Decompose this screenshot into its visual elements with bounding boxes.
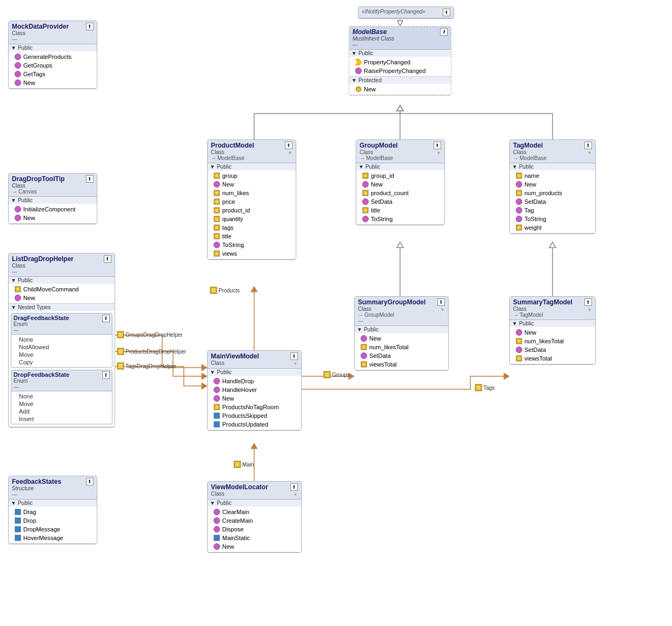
member-new-dragdrop: New [9, 214, 97, 222]
collapse-groupmodel[interactable]: ⬆ [434, 142, 441, 149]
svg-marker-8 [549, 242, 556, 248]
svg-rect-61 [362, 363, 365, 366]
svg-marker-15 [202, 373, 207, 379]
box-summarytagmodel[interactable]: SummaryTagModel Class →TagModel ⬆ ▼ ▼Pub… [509, 296, 596, 365]
section-dragdroptooltip-public: ▼Public InitializeComponent New [9, 197, 97, 224]
section-modelbase-protected: ▼ Protected N New [349, 77, 451, 95]
collapse-dragdroptooltip[interactable]: ⬆ [86, 175, 94, 183]
member-clearmain: ClearMain [208, 508, 301, 516]
enum-insert: Insert [11, 415, 112, 423]
enum-none-drop: None [11, 392, 112, 400]
member-title-product: title [208, 232, 296, 241]
collapse-dropfeedback[interactable]: ⬆ [102, 371, 110, 379]
label-tags: Tags [475, 384, 495, 391]
member-group_id: group_id [356, 171, 444, 180]
member-new-summarygroup: New [355, 334, 448, 343]
collapse-mainviewmodel[interactable]: ⬆ [290, 352, 298, 360]
enum-notallowed: NotAllowed [11, 343, 112, 351]
collapse-modelbase[interactable]: ⬆ [440, 28, 448, 36]
member-new-tag: New [510, 180, 595, 189]
member-tostring-tag: ToString [510, 215, 595, 223]
event-icon [355, 58, 362, 66]
member-setdata-summarytag: SetData [510, 345, 595, 354]
svg-marker-2 [397, 105, 403, 111]
box-mockdataprovider[interactable]: MockDataProvider Class — ⬆ ▼Public Gener… [8, 21, 97, 89]
collapse-inotifypropertychanged[interactable]: ⬆ [443, 9, 450, 16]
svg-marker-4 [397, 105, 403, 111]
box-dropfeedbackstate[interactable]: DropFeedbackState Enum — ⬆ None Move Add… [11, 370, 112, 424]
svg-rect-68 [211, 288, 216, 292]
member-product_id: product_id [208, 206, 296, 215]
box-header-inotifypropertychanged: «INotifyPropertyChanged» ⬆ [358, 7, 454, 18]
svg-rect-25 [215, 200, 218, 203]
svg-rect-59 [362, 345, 365, 349]
box-summarygroupmodel[interactable]: SummaryGroupModel Class →GroupModel — ⬆ … [354, 296, 449, 371]
collapse-productmodel[interactable]: ⬆ [285, 142, 292, 149]
svg-marker-11 [504, 373, 509, 379]
svg-rect-52 [15, 527, 21, 532]
member-viewstotal-group: viewsTotal [355, 360, 448, 369]
label-productsdragdrophelper: ProductsDragDropHelper [117, 348, 186, 355]
section-viewmodellocator-public: ▼Public ClearMain CreateMain Dispose Mai… [208, 500, 301, 552]
svg-rect-74 [235, 462, 239, 467]
member-drop: Drop [9, 516, 97, 525]
member-name-tag: name [510, 171, 595, 180]
collapse-tagmodel[interactable]: ⬆ [584, 142, 592, 149]
svg-rect-80 [118, 364, 123, 368]
member-title-group: title [356, 206, 444, 215]
member-new-summarytag: New [510, 328, 595, 337]
member-viewstotal-tag: viewsTotal [510, 354, 595, 363]
svg-rect-53 [15, 535, 21, 541]
svg-marker-1 [397, 21, 403, 26]
svg-rect-49 [16, 288, 19, 291]
member-gettags: GetTags [9, 70, 97, 78]
member-initializecomponent: InitializeComponent [9, 205, 97, 214]
member-group: group [208, 171, 296, 180]
collapse-viewmodellocator[interactable]: ⬆ [290, 483, 298, 491]
svg-rect-76 [118, 332, 123, 337]
member-dropmessage: DropMessage [9, 525, 97, 534]
box-dragfeedbackstate[interactable]: DragFeedbackState Enum — ⬆ None NotAllow… [11, 313, 112, 368]
box-header-dragdroptooltip: DragDropToolTip Class →Canvas ⬆ [9, 174, 97, 197]
collapse-summarytagmodel[interactable]: ⬆ [584, 298, 592, 306]
collapse-feedbackstates[interactable]: ⬆ [86, 478, 94, 485]
box-productmodel[interactable]: ProductModel Class →ModelBase ⬆ ▼ ▼Publi… [207, 139, 296, 260]
svg-rect-56 [214, 413, 219, 418]
svg-rect-65 [517, 357, 521, 360]
member-tag-tag: Tag [510, 206, 595, 215]
section-summarygroupmodel-public: ▼Public New num_likesTotal SetData views… [355, 326, 448, 370]
box-listdragdrophelper[interactable]: ListDragDropHelper Class — ⬆ ▼Public Chi… [8, 253, 115, 428]
box-mainviewmodel[interactable]: MainViewModel Class ⬆ ▼ ▼Public HandleDr… [207, 350, 302, 431]
collapse-summarygroupmodel[interactable]: ⬆ [437, 298, 445, 306]
box-tagmodel[interactable]: TagModel Class →ModelBase ⬆ ▼ ▼Public na… [509, 139, 596, 234]
svg-rect-37 [364, 174, 367, 177]
collapse-listdragdrophelper[interactable]: ⬆ [104, 255, 111, 263]
enum-copy: Copy [11, 358, 112, 366]
box-header-summarytagmodel: SummaryTagModel Class →TagModel ⬆ ▼ [510, 297, 595, 320]
member-drag: Drag [9, 508, 97, 516]
collapse-mockdataprovider[interactable]: ⬆ [86, 23, 94, 30]
section-groupmodel-public: ▼Public group_id New product_count SetDa… [356, 163, 444, 225]
method-icon [355, 67, 362, 75]
svg-rect-66 [214, 535, 219, 541]
box-modelbase[interactable]: ModelBase MustInherit Class — ⬆ ▼ Public… [349, 26, 451, 96]
box-dragdroptooltip[interactable]: DragDropToolTip Class →Canvas ⬆ ▼Public … [8, 173, 97, 224]
member-tostring-group: ToString [356, 215, 444, 223]
svg-marker-3 [397, 105, 403, 111]
section-mockdataprovider-public: ▼Public GenerateProducts GetGroups GetTa… [9, 44, 97, 89]
member-hovermessage: HoverMessage [9, 534, 97, 542]
member-new-listdrag: New [9, 294, 115, 302]
member-createmain: CreateMain [208, 516, 301, 525]
label-products: Products [210, 287, 239, 294]
svg-marker-9 [251, 287, 257, 292]
section-modelbase-public: ▼ Public PropertyChanged RaisePropertyCh… [349, 50, 451, 77]
member-product_count: product_count [356, 189, 444, 197]
collapse-dragfeedback[interactable]: ⬆ [102, 315, 110, 322]
box-viewmodellocator[interactable]: ViewModelLocator Class ⬆ ▼ ▼Public Clear… [207, 481, 302, 553]
box-inotifypropertychanged[interactable]: «INotifyPropertyChanged» ⬆ [358, 6, 454, 19]
box-header-mainviewmodel: MainViewModel Class ⬆ ▼ [208, 351, 301, 369]
box-groupmodel[interactable]: GroupModel Class →ModelBase ⬆ ▼ ▼Public … [356, 139, 445, 225]
member-childmovecommand: ChildMoveCommand [9, 285, 115, 294]
box-feedbackstates[interactable]: FeedbackStates Structure — ⬆ ▼Public Dra… [8, 476, 97, 544]
label-main: Main [234, 461, 254, 468]
